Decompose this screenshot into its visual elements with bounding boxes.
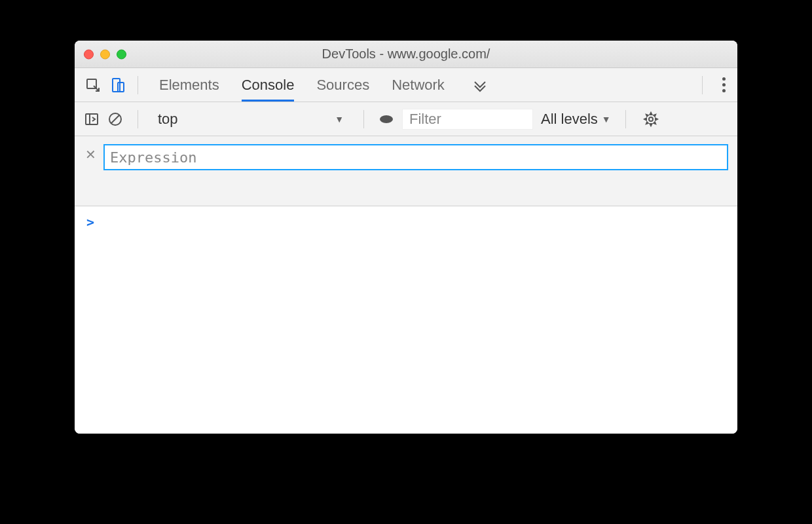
divider (138, 110, 138, 128)
remove-expression-button[interactable]: ✕ (84, 148, 97, 161)
log-levels-select[interactable]: All levels ▼ (541, 111, 611, 128)
tab-label: Network (392, 77, 445, 94)
zoom-window-button[interactable] (117, 49, 126, 59)
console-prompt-caret: > (86, 214, 94, 230)
close-window-button[interactable] (84, 49, 94, 59)
console-filter-input[interactable] (402, 109, 533, 130)
divider (702, 76, 703, 94)
more-options-button[interactable] (716, 77, 732, 92)
console-settings-icon[interactable] (640, 111, 661, 127)
clear-console-icon[interactable] (107, 111, 123, 127)
svg-point-7 (380, 115, 393, 123)
divider (138, 76, 138, 94)
svg-line-6 (111, 115, 119, 123)
tab-elements[interactable]: Elements (159, 68, 219, 102)
main-tab-bar: Elements Console Sources Network (75, 68, 737, 102)
context-value: top (158, 111, 178, 128)
toggle-device-toolbar-icon[interactable] (110, 77, 126, 93)
divider (363, 110, 364, 128)
console-toolbar: top ▼ All levels ▼ (75, 102, 737, 136)
minimize-window-button[interactable] (100, 49, 110, 59)
svg-rect-2 (118, 83, 124, 92)
live-expression-input[interactable] (103, 144, 728, 170)
tab-label: Sources (316, 77, 369, 94)
tabs-overflow-button[interactable] (467, 68, 493, 102)
window-title: DevTools - www.google.com/ (75, 47, 737, 62)
tab-network[interactable]: Network (392, 68, 445, 102)
tab-console[interactable]: Console (242, 68, 295, 102)
window-titlebar: DevTools - www.google.com/ (75, 41, 737, 68)
svg-point-9 (649, 117, 653, 121)
console-output[interactable]: > (75, 206, 737, 434)
live-expression-icon[interactable] (378, 111, 394, 127)
chevron-down-icon: ▼ (335, 114, 344, 124)
svg-rect-1 (113, 79, 120, 92)
devtools-window: DevTools - www.google.com/ Elements Cons… (75, 41, 737, 434)
divider (625, 110, 626, 128)
levels-label: All levels (541, 111, 598, 128)
tab-label: Console (242, 77, 295, 94)
execution-context-select[interactable]: top ▼ (153, 111, 349, 128)
tab-sources[interactable]: Sources (316, 68, 369, 102)
chevron-down-icon: ▼ (602, 114, 611, 124)
traffic-lights (84, 49, 126, 59)
tab-label: Elements (159, 77, 219, 94)
inspect-element-icon[interactable] (85, 77, 101, 93)
toggle-console-sidebar-icon[interactable] (84, 111, 100, 127)
live-expression-area: ✕ (75, 136, 737, 206)
